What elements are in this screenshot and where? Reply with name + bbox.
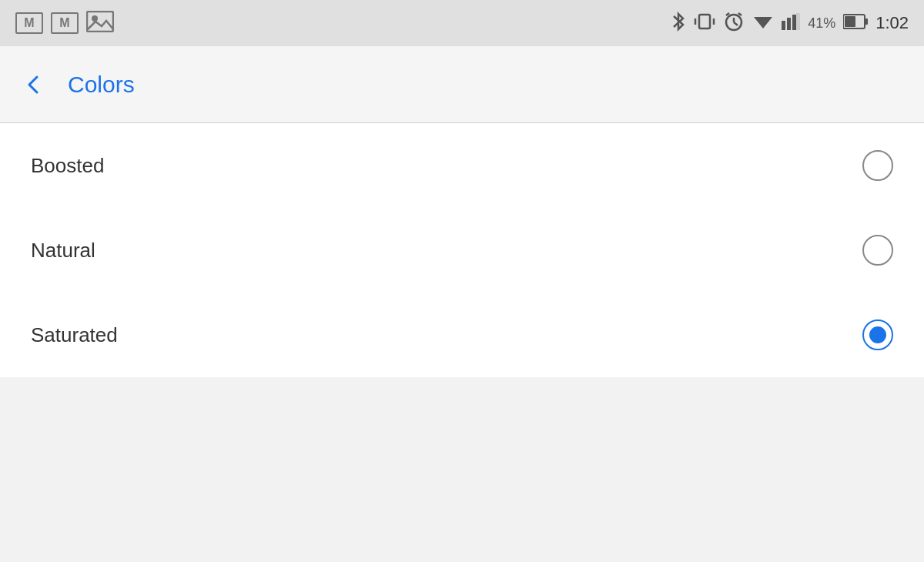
radio-button-natural[interactable] xyxy=(862,235,893,266)
vibrate-icon xyxy=(694,11,715,35)
svg-line-7 xyxy=(734,22,738,25)
status-time: 1:02 xyxy=(875,13,909,33)
svg-rect-12 xyxy=(787,18,791,30)
color-option-label-natural: Natural xyxy=(31,239,95,263)
status-right-icons: 41% 1:02 xyxy=(671,11,909,35)
svg-rect-11 xyxy=(782,21,785,30)
gmail-icon-1 xyxy=(15,12,43,34)
color-options-list: Boosted Natural Saturated xyxy=(0,123,924,377)
image-icon xyxy=(86,11,114,35)
color-option-boosted[interactable]: Boosted xyxy=(0,123,924,208)
battery-percent: 41% xyxy=(808,15,835,32)
color-option-label-saturated: Saturated xyxy=(31,323,118,347)
svg-rect-17 xyxy=(865,18,868,25)
svg-line-9 xyxy=(738,13,742,15)
svg-point-1 xyxy=(92,15,98,22)
alarm-icon xyxy=(723,11,745,35)
signal-icon xyxy=(782,13,800,33)
color-option-natural[interactable]: Natural xyxy=(0,208,924,293)
svg-line-8 xyxy=(726,13,729,15)
svg-rect-0 xyxy=(87,12,113,32)
svg-rect-16 xyxy=(845,16,855,27)
app-bar: Colors xyxy=(0,46,924,123)
page-title: Colors xyxy=(68,72,135,98)
svg-rect-13 xyxy=(792,15,796,30)
bluetooth-icon xyxy=(671,11,686,35)
color-option-saturated[interactable]: Saturated xyxy=(0,293,924,377)
radio-button-saturated[interactable] xyxy=(862,319,893,350)
color-option-label-boosted: Boosted xyxy=(31,154,104,178)
radio-button-boosted[interactable] xyxy=(862,150,893,181)
back-button[interactable] xyxy=(23,74,45,95)
svg-rect-2 xyxy=(699,15,710,28)
status-left-icons xyxy=(15,11,114,35)
svg-marker-10 xyxy=(754,17,772,28)
status-bar: 41% 1:02 xyxy=(0,0,924,46)
svg-marker-14 xyxy=(796,13,800,30)
wifi-icon xyxy=(752,13,774,33)
gmail-icon-2 xyxy=(51,12,79,34)
battery-icon xyxy=(843,13,868,33)
